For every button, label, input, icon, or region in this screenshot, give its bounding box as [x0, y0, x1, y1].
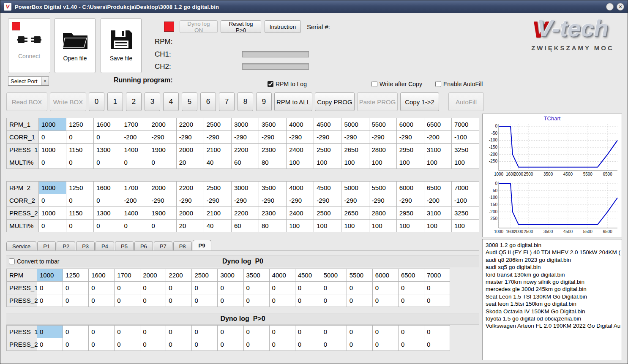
- table-cell[interactable]: 7000: [451, 182, 479, 194]
- table-cell[interactable]: -290: [314, 194, 341, 207]
- table-cell[interactable]: 40: [204, 220, 231, 232]
- digit-button-5[interactable]: 5: [182, 92, 197, 111]
- table-cell[interactable]: 0: [140, 326, 166, 338]
- table-cell[interactable]: 0: [218, 326, 243, 338]
- table-cell[interactable]: 0: [398, 294, 424, 307]
- table-cell[interactable]: 100: [314, 156, 341, 169]
- table-cell[interactable]: -290: [176, 194, 204, 207]
- table-cell[interactable]: 100: [396, 220, 424, 232]
- write-box-button[interactable]: Write BOX: [50, 92, 86, 111]
- table-cell[interactable]: 2200: [231, 207, 259, 220]
- table-cell[interactable]: 0: [243, 282, 269, 294]
- table-cell[interactable]: 1250: [66, 118, 94, 131]
- file-list-item[interactable]: toyota 1.5 go digital od obciążenia.bin: [486, 315, 619, 322]
- table-cell[interactable]: -290: [287, 194, 314, 207]
- table-cell[interactable]: 0: [218, 338, 243, 351]
- table-cell[interactable]: 1300: [94, 144, 121, 156]
- table-cell[interactable]: 0: [115, 282, 140, 294]
- convert-to-mbar-checkbox[interactable]: Convert to mbar: [9, 258, 59, 265]
- table-cell[interactable]: 2300: [259, 207, 287, 220]
- table-cell[interactable]: 0: [115, 338, 140, 351]
- table-cell[interactable]: 6500: [424, 182, 451, 194]
- table-cell[interactable]: 1250: [66, 182, 94, 194]
- table-cell[interactable]: 5500: [369, 182, 396, 194]
- save-file-button[interactable]: Save file: [101, 18, 142, 73]
- write-after-copy-checkbox-input[interactable]: [371, 81, 377, 87]
- table-cell[interactable]: -290: [259, 194, 287, 207]
- table-cell[interactable]: 0: [94, 194, 121, 207]
- table-cell[interactable]: 0: [39, 156, 66, 169]
- table-cell[interactable]: 100: [341, 156, 369, 169]
- table-cell[interactable]: 0: [66, 156, 94, 169]
- table-cell[interactable]: 0: [269, 294, 295, 307]
- table-cell[interactable]: 1900: [149, 207, 176, 220]
- table-cell[interactable]: 0: [140, 294, 166, 307]
- table-cell[interactable]: 4500: [314, 118, 341, 131]
- table-cell[interactable]: 0: [39, 220, 66, 232]
- tab-service[interactable]: Service: [6, 241, 36, 251]
- table-cell[interactable]: 0: [115, 326, 140, 338]
- table-cell[interactable]: 100: [287, 156, 314, 169]
- table-cell[interactable]: 4500: [314, 182, 341, 194]
- table-cell[interactable]: 3100: [424, 207, 451, 220]
- table-cell[interactable]: 0: [39, 131, 66, 144]
- table-cell[interactable]: 1700: [115, 269, 140, 282]
- copy-prog-button[interactable]: Copy PROG: [315, 92, 355, 111]
- table-cell[interactable]: 3250: [451, 144, 479, 156]
- table-cell[interactable]: -100: [451, 131, 479, 144]
- table-cell[interactable]: 1000: [39, 182, 66, 194]
- table-cell[interactable]: 2500: [314, 144, 341, 156]
- table-cell[interactable]: 80: [259, 220, 287, 232]
- table-cell[interactable]: -290: [341, 131, 369, 144]
- digit-button-3[interactable]: 3: [145, 92, 160, 111]
- table-cell[interactable]: 0: [66, 220, 94, 232]
- port-select[interactable]: Select Port ▼: [8, 76, 49, 86]
- table-cell[interactable]: 2400: [287, 144, 314, 156]
- table-cell[interactable]: 0: [63, 338, 89, 351]
- table-cell[interactable]: 0: [149, 220, 176, 232]
- table-cell[interactable]: 0: [218, 282, 243, 294]
- file-list-item[interactable]: Seat Leon 1.5 TSI 130KM Go Digital.bin: [486, 293, 619, 300]
- table-cell[interactable]: 0: [321, 326, 347, 338]
- tab-p9[interactable]: P9: [193, 240, 211, 251]
- table-cell[interactable]: 4000: [287, 118, 314, 131]
- instruction-button[interactable]: Instruction: [265, 20, 301, 33]
- table-cell[interactable]: 80: [259, 156, 287, 169]
- table-cell[interactable]: 0: [295, 338, 321, 351]
- table-cell[interactable]: 1900: [149, 144, 176, 156]
- reset-log-button[interactable]: Reset log P>0: [221, 20, 261, 33]
- table-cell[interactable]: 2200: [176, 182, 204, 194]
- table-cell[interactable]: -290: [259, 131, 287, 144]
- tab-p2[interactable]: P2: [57, 241, 75, 251]
- table-cell[interactable]: 1600: [94, 118, 121, 131]
- table-cell[interactable]: 3250: [451, 207, 479, 220]
- table-cell[interactable]: 0: [89, 294, 115, 307]
- table-cell[interactable]: 0: [269, 326, 295, 338]
- table-cell[interactable]: 0: [243, 326, 269, 338]
- table-cell[interactable]: 0: [166, 282, 192, 294]
- table-cell[interactable]: 0: [66, 131, 94, 144]
- table-cell[interactable]: 3500: [259, 118, 287, 131]
- tab-p6[interactable]: P6: [134, 241, 153, 251]
- digit-button-7[interactable]: 7: [219, 92, 235, 111]
- table-cell[interactable]: 0: [424, 338, 450, 351]
- table-cell[interactable]: -290: [149, 131, 176, 144]
- table-cell[interactable]: -290: [369, 194, 396, 207]
- file-list-item[interactable]: ford transit 130km go digital.bin: [486, 271, 619, 278]
- table-cell[interactable]: -200: [121, 194, 149, 207]
- table-cell[interactable]: 3000: [231, 118, 259, 131]
- table-cell[interactable]: 2650: [341, 207, 369, 220]
- table-cell[interactable]: 0: [37, 338, 63, 351]
- table-cell[interactable]: 1250: [63, 269, 89, 282]
- table-cell[interactable]: -290: [396, 194, 424, 207]
- copy-1-to-2-button[interactable]: Copy 1->2: [400, 92, 439, 111]
- table-cell[interactable]: 2650: [341, 144, 369, 156]
- table-cell[interactable]: 1000: [37, 269, 63, 282]
- table-cell[interactable]: 6000: [372, 269, 398, 282]
- convert-to-mbar-checkbox-input[interactable]: [9, 258, 15, 264]
- tab-p8[interactable]: P8: [173, 241, 192, 251]
- table-cell[interactable]: 0: [321, 338, 347, 351]
- table-cell[interactable]: 100: [341, 220, 369, 232]
- table-cell[interactable]: 0: [372, 338, 398, 351]
- table-cell[interactable]: 60: [231, 156, 259, 169]
